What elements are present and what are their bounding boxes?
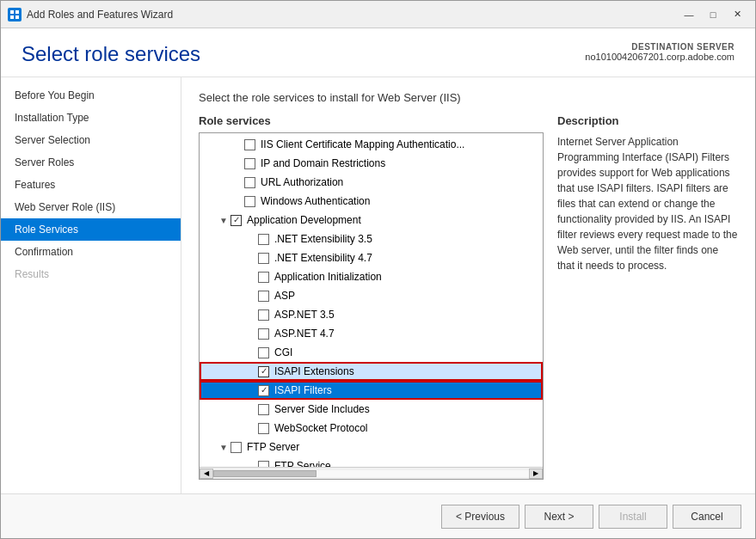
scroll-track-h[interactable] (213, 470, 529, 477)
sidebar-item-server-roles[interactable]: Server Roles (1, 151, 181, 174)
tree-item-websocket[interactable]: WebSocket Protocol (200, 419, 543, 438)
app-icon (8, 8, 22, 21)
tree-item-url-auth[interactable]: URL Authorization (200, 173, 543, 192)
wizard-window: Add Roles and Features Wizard — □ ✕ Sele… (0, 0, 756, 539)
sidebar-item-server-selection[interactable]: Server Selection (1, 129, 181, 151)
window-title: Add Roles and Features Wizard (27, 9, 678, 21)
label-aspnet35: ASP.NET 3.5 (274, 309, 335, 321)
sidebar-item-installation-type[interactable]: Installation Type (1, 107, 181, 129)
dest-server-name: no1010042067201.corp.adobe.com (585, 52, 734, 62)
label-asp: ASP (274, 290, 295, 302)
checkbox-windows-auth[interactable] (244, 196, 255, 207)
role-services-layout: Role services IIS Client Certificate Map… (199, 114, 738, 480)
tree-item-ftp-server[interactable]: ▼ FTP Server (200, 438, 543, 456)
sidebar-item-before-you-begin[interactable]: Before You Begin (1, 84, 181, 107)
main-content: Before You Begin Installation Type Serve… (1, 77, 755, 493)
label-url-auth: URL Authorization (261, 176, 343, 188)
checkbox-asp[interactable] (258, 291, 269, 302)
cancel-button[interactable]: Cancel (673, 505, 741, 529)
tree-inner: IIS Client Certificate Mapping Authentic… (200, 133, 543, 480)
tree-item-aspnet35[interactable]: ASP.NET 3.5 (200, 305, 543, 324)
page-title: Select role services (22, 42, 200, 66)
page-header: Select role services DESTINATION SERVER … (1, 28, 755, 77)
expand-app-dev[interactable]: ▼ (217, 213, 230, 227)
footer: < Previous Next > Install Cancel (1, 493, 755, 538)
role-services-panel-header: Role services (199, 114, 544, 127)
label-websocket: WebSocket Protocol (274, 422, 368, 434)
label-ip-domain: IP and Domain Restrictions (261, 157, 385, 169)
previous-button[interactable]: < Previous (441, 505, 519, 529)
label-cgi: CGI (274, 346, 292, 358)
scrollbar-horizontal[interactable]: ◀ ▶ (200, 467, 543, 479)
scroll-right-btn[interactable]: ▶ (529, 469, 543, 479)
svg-rect-3 (15, 15, 19, 19)
sidebar-item-results[interactable]: Results (1, 263, 181, 285)
label-ssi: Server Side Includes (274, 403, 370, 415)
scroll-left-btn[interactable]: ◀ (200, 469, 213, 479)
tree-item-app-init[interactable]: Application Initialization (200, 267, 543, 286)
label-aspnet47: ASP.NET 4.7 (274, 328, 335, 340)
label-isapi-filters: ISAPI Filters (274, 384, 332, 396)
window-controls: — □ ✕ (678, 6, 748, 23)
tree-container[interactable]: IIS Client Certificate Mapping Authentic… (199, 132, 544, 480)
checkbox-ftp-ext[interactable] (258, 480, 269, 481)
label-ftp-server: FTP Server (247, 441, 299, 453)
tree-item-cgi[interactable]: CGI (200, 343, 543, 362)
checkbox-net47[interactable] (258, 253, 269, 264)
checkbox-url-auth[interactable] (244, 177, 255, 188)
description-panel: Description Internet Server Application … (557, 114, 738, 480)
tree-item-asp[interactable]: ASP (200, 286, 543, 305)
tree-item-isapi-filters[interactable]: ISAPI Filters (200, 381, 543, 400)
label-app-dev: Application Development (247, 214, 361, 226)
sidebar-item-role-services[interactable]: Role Services (1, 218, 181, 241)
checkbox-app-init[interactable] (258, 272, 269, 283)
checkbox-iis-client-cert[interactable] (244, 139, 255, 150)
label-isapi-ext: ISAPI Extensions (274, 365, 354, 377)
tree-item-aspnet47[interactable]: ASP.NET 4.7 (200, 324, 543, 343)
checkbox-ip-domain[interactable] (244, 158, 255, 169)
checkbox-websocket[interactable] (258, 423, 269, 434)
tree-item-iis-client-cert[interactable]: IIS Client Certificate Mapping Authentic… (200, 135, 543, 154)
description-header: Description (557, 114, 738, 127)
expand-ftp[interactable]: ▼ (217, 440, 230, 454)
label-windows-auth: Windows Authentication (261, 195, 370, 207)
checkbox-net35[interactable] (258, 234, 269, 245)
content-area: Select the role services to install for … (181, 77, 755, 493)
role-services-panel: Role services IIS Client Certificate Map… (199, 114, 544, 480)
maximize-button[interactable]: □ (702, 6, 724, 23)
dest-server-label: DESTINATION SERVER (585, 42, 734, 52)
label-net35: .NET Extensibility 3.5 (274, 233, 372, 245)
minimize-button[interactable]: — (678, 6, 700, 23)
label-app-init: Application Initialization (274, 271, 382, 283)
checkbox-app-dev[interactable] (230, 215, 242, 226)
destination-server-info: DESTINATION SERVER no1010042067201.corp.… (585, 42, 734, 62)
checkbox-isapi-filters[interactable] (258, 385, 269, 396)
close-button[interactable]: ✕ (726, 6, 748, 23)
checkbox-aspnet35[interactable] (258, 309, 269, 321)
svg-rect-1 (15, 10, 19, 14)
scroll-thumb-h[interactable] (213, 470, 317, 477)
description-text: Internet Server Application Programming … (557, 134, 738, 273)
tree-item-ip-domain[interactable]: IP and Domain Restrictions (200, 154, 543, 173)
tree-item-ssi[interactable]: Server Side Includes (200, 400, 543, 419)
sidebar-item-features[interactable]: Features (1, 174, 181, 196)
content-description: Select the role services to install for … (199, 91, 738, 104)
sidebar-item-confirmation[interactable]: Confirmation (1, 241, 181, 263)
checkbox-isapi-ext[interactable] (258, 366, 269, 377)
tree-item-net35[interactable]: .NET Extensibility 3.5 (200, 230, 543, 248)
svg-rect-2 (10, 15, 14, 19)
tree-item-isapi-ext[interactable]: ISAPI Extensions (200, 362, 543, 381)
svg-rect-0 (10, 10, 14, 14)
checkbox-aspnet47[interactable] (258, 328, 269, 340)
label-ftp-ext: FTP Extensibility (274, 479, 351, 480)
next-button[interactable]: Next > (525, 505, 593, 529)
checkbox-cgi[interactable] (258, 347, 269, 358)
install-button[interactable]: Install (599, 505, 667, 529)
tree-item-windows-auth[interactable]: Windows Authentication (200, 192, 543, 211)
tree-item-net47[interactable]: .NET Extensibility 4.7 (200, 248, 543, 267)
checkbox-ssi[interactable] (258, 404, 269, 415)
label-iis-client-cert: IIS Client Certificate Mapping Authentic… (261, 138, 464, 150)
checkbox-ftp-server[interactable] (230, 442, 242, 453)
sidebar-item-web-server-role[interactable]: Web Server Role (IIS) (1, 196, 181, 218)
tree-item-app-dev[interactable]: ▼ Application Development (200, 211, 543, 230)
